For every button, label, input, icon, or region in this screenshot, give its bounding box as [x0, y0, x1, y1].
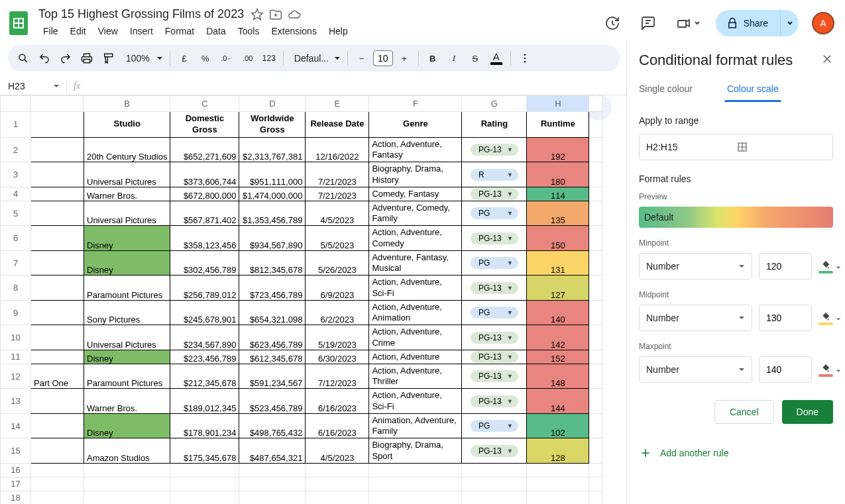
- add-rule-button[interactable]: Add another rule: [639, 446, 833, 460]
- move-icon[interactable]: [269, 8, 282, 21]
- menu-tools[interactable]: Tools: [233, 23, 265, 39]
- col-C[interactable]: C: [170, 96, 239, 112]
- comment-icon[interactable]: [635, 10, 661, 36]
- row-9[interactable]: 9: [1, 300, 31, 325]
- increase-decimal-icon[interactable]: .00: [238, 48, 258, 68]
- grid-icon[interactable]: [736, 141, 826, 153]
- share-dropdown[interactable]: [780, 10, 799, 36]
- runtime-cell[interactable]: 131: [527, 250, 589, 276]
- row-17[interactable]: 17: [1, 477, 31, 491]
- currency-button[interactable]: £: [174, 48, 194, 68]
- menu-extensions[interactable]: Extensions: [266, 23, 321, 39]
- range-input[interactable]: H2:H15: [639, 134, 833, 160]
- row-13[interactable]: 13: [1, 389, 31, 414]
- star-icon[interactable]: [251, 8, 264, 21]
- runtime-cell[interactable]: 192: [527, 137, 589, 162]
- row-3[interactable]: 3: [1, 162, 31, 187]
- menu-help[interactable]: Help: [323, 23, 353, 39]
- strikethrough-button[interactable]: S: [465, 48, 485, 68]
- rating-chip[interactable]: PG-13▼: [471, 144, 518, 156]
- row-5[interactable]: 5: [1, 201, 31, 226]
- menu-data[interactable]: Data: [201, 23, 231, 39]
- col-D[interactable]: D: [239, 96, 306, 112]
- row-8[interactable]: 8: [1, 276, 31, 301]
- increase-fontsize-button[interactable]: +: [394, 48, 414, 68]
- rating-chip[interactable]: PG-13▼: [471, 232, 518, 244]
- menu-file[interactable]: File: [38, 23, 64, 39]
- zoom-select[interactable]: 100%: [119, 53, 166, 64]
- menu-format[interactable]: Format: [160, 23, 199, 39]
- rating-chip[interactable]: PG-13▼: [471, 351, 518, 363]
- runtime-cell[interactable]: 114: [527, 187, 589, 201]
- close-icon[interactable]: [821, 52, 833, 69]
- midpoint-value-input[interactable]: [759, 305, 812, 331]
- runtime-cell[interactable]: 135: [527, 201, 589, 226]
- runtime-cell[interactable]: 127: [527, 276, 589, 301]
- rating-chip[interactable]: PG▼: [471, 420, 518, 432]
- rating-chip[interactable]: PG▼: [471, 307, 518, 319]
- row-10[interactable]: 10: [1, 325, 31, 350]
- name-box[interactable]: H23: [5, 81, 60, 91]
- tab-colour-scale[interactable]: Colour scale: [727, 83, 779, 102]
- decrease-fontsize-button[interactable]: −: [352, 48, 372, 68]
- fontsize-input[interactable]: [373, 50, 393, 66]
- midpoint-type-select[interactable]: Number: [639, 305, 752, 331]
- runtime-cell[interactable]: 142: [527, 325, 589, 350]
- share-button[interactable]: Share: [716, 10, 780, 36]
- runtime-cell[interactable]: 102: [527, 413, 589, 438]
- redo-icon[interactable]: [56, 48, 76, 68]
- menu-insert[interactable]: Insert: [125, 23, 158, 39]
- rating-chip[interactable]: PG▼: [471, 257, 518, 269]
- decrease-decimal-icon[interactable]: .0←: [217, 48, 237, 68]
- row-2[interactable]: 2: [1, 137, 31, 162]
- row-14[interactable]: 14: [1, 413, 31, 438]
- minpoint-value-input[interactable]: [759, 253, 812, 279]
- italic-button[interactable]: I: [444, 48, 464, 68]
- runtime-cell[interactable]: 144: [527, 389, 589, 414]
- row-7[interactable]: 7: [1, 250, 31, 276]
- col-F[interactable]: F: [369, 96, 462, 112]
- search-icon[interactable]: [13, 48, 33, 68]
- runtime-cell[interactable]: 150: [527, 226, 589, 251]
- row-4[interactable]: 4: [1, 187, 31, 201]
- row-15[interactable]: 15: [1, 438, 31, 464]
- row-6[interactable]: 6: [1, 226, 31, 251]
- minpoint-type-select[interactable]: Number: [639, 253, 752, 279]
- rating-chip[interactable]: PG-13▼: [471, 188, 518, 200]
- undo-icon[interactable]: [34, 48, 54, 68]
- sheets-logo[interactable]: [5, 10, 32, 36]
- maxpoint-color-button[interactable]: [818, 363, 833, 377]
- more-toolbar-button[interactable]: [515, 48, 535, 68]
- col-A[interactable]: [31, 96, 84, 112]
- more-formats-button[interactable]: 123: [259, 48, 279, 68]
- runtime-cell[interactable]: 140: [527, 300, 589, 325]
- row-1[interactable]: 1: [1, 112, 31, 138]
- rating-chip[interactable]: PG-13▼: [471, 282, 518, 294]
- bold-button[interactable]: B: [423, 48, 443, 68]
- menu-edit[interactable]: Edit: [65, 23, 91, 39]
- row-11[interactable]: 11: [1, 350, 31, 364]
- menu-view[interactable]: View: [93, 23, 123, 39]
- col-H[interactable]: H: [527, 96, 589, 112]
- row-12[interactable]: 12: [1, 364, 31, 389]
- preview-scale[interactable]: Default: [639, 207, 833, 228]
- col-G[interactable]: G: [462, 96, 527, 112]
- col-E[interactable]: E: [306, 96, 369, 112]
- runtime-cell[interactable]: 180: [527, 162, 589, 187]
- paint-format-icon[interactable]: [98, 48, 118, 68]
- rating-chip[interactable]: PG-13▼: [471, 370, 518, 382]
- done-button[interactable]: Done: [782, 400, 833, 424]
- col-B[interactable]: B: [84, 96, 170, 112]
- rating-chip[interactable]: PG-13▼: [471, 395, 518, 407]
- midpoint-color-button[interactable]: [818, 311, 833, 325]
- percent-button[interactable]: %: [196, 48, 215, 68]
- rating-chip[interactable]: PG-13▼: [471, 445, 518, 457]
- cloud-icon[interactable]: [288, 8, 301, 21]
- print-icon[interactable]: [77, 48, 97, 68]
- minpoint-color-button[interactable]: [818, 260, 833, 274]
- maxpoint-type-select[interactable]: Number: [639, 356, 752, 383]
- tab-single-colour[interactable]: Single colour: [639, 83, 693, 102]
- cancel-button[interactable]: Cancel: [714, 400, 774, 424]
- runtime-cell[interactable]: 148: [527, 364, 589, 389]
- runtime-cell[interactable]: 152: [527, 350, 589, 364]
